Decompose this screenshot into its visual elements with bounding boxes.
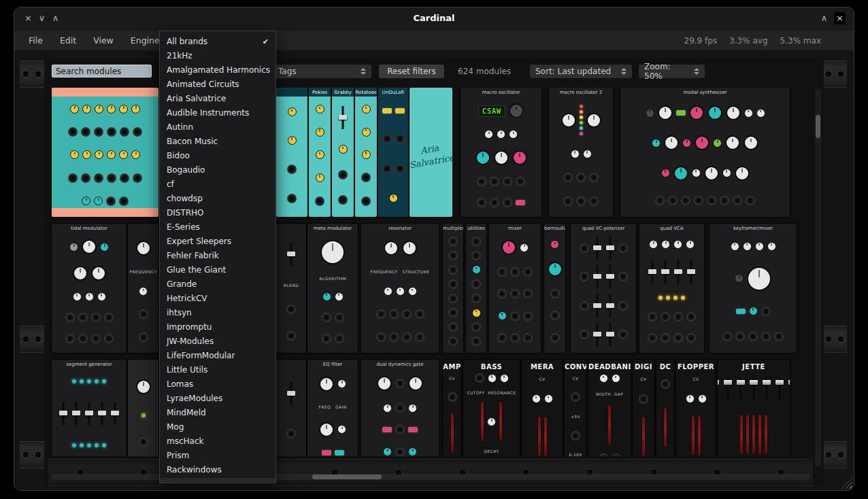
module-panel[interactable]: bernoulli gate (544, 224, 565, 353)
sort-select-label: Sort: Last updated (535, 67, 611, 76)
module-panel[interactable]: modal synthesizer (620, 88, 790, 217)
module-panel[interactable]: CONVCV+5V0-10V (565, 360, 586, 456)
brand-menu-item[interactable]: LifeFormModular (160, 349, 276, 363)
vertical-scrollbar-thumb[interactable] (816, 115, 820, 138)
led (102, 443, 106, 447)
module-panel[interactable]: DEADBANDWIDTH GAP (588, 360, 631, 456)
brand-menu-item[interactable]: Aria Salvatrice (160, 92, 276, 106)
menu-engine[interactable]: Engine (127, 34, 163, 47)
knob (82, 239, 97, 254)
module-panel[interactable]: keyframer/mixer (710, 224, 797, 353)
reset-filters-button[interactable]: Reset filters (379, 65, 444, 78)
slider (97, 402, 107, 425)
panel-label: WIDTH GAP (596, 392, 624, 396)
brand-menu-item[interactable]: MindMeld (160, 406, 276, 420)
module-panel[interactable]: MERACV (522, 360, 563, 456)
module-panel[interactable]: quad VC-polarizer (571, 224, 636, 353)
module-panel[interactable]: DC (656, 360, 674, 456)
brand-menu-item[interactable]: Rackwindows (160, 463, 276, 477)
module-panel[interactable]: tidal modulator (52, 224, 127, 353)
brand-menu-item[interactable]: E-Series (160, 220, 276, 235)
brand-menu-item[interactable]: Mog (160, 420, 276, 434)
brand-menu-item[interactable]: cf (160, 177, 276, 192)
module-panel[interactable]: Aria Salvatrice (410, 88, 452, 217)
module-panel[interactable]: FLOPPERCV (676, 360, 716, 456)
brand-menu-item[interactable]: Bidoo (160, 149, 276, 163)
menu-view[interactable]: View (90, 34, 117, 47)
module-panel[interactable]: JETTE (718, 360, 790, 456)
module-panel[interactable]: EQ filterFREQ GAIN (307, 360, 358, 456)
module-panel[interactable] (276, 88, 307, 217)
search-input[interactable]: Search modules (52, 65, 152, 78)
brand-menu-item[interactable]: Animated Circuits (160, 78, 276, 92)
module-panel[interactable]: dual dynamics gate (361, 360, 439, 456)
module-panel[interactable]: UnDuLaR (378, 88, 408, 217)
brand-menu-item[interactable]: HetrickCV (160, 292, 276, 306)
brand-menu-item[interactable]: Audible Instruments (160, 106, 276, 120)
port-jack (69, 128, 76, 135)
module-panel[interactable]: resonatorFREQUENCY STRUCTURE (361, 224, 439, 353)
module-panel[interactable]: FREQUENCY (128, 224, 158, 353)
brand-menu-item[interactable]: Little Utils (160, 363, 276, 377)
module-title: EQ filter (307, 362, 358, 367)
knob (500, 374, 509, 383)
module-panel[interactable]: DIGICV (633, 360, 654, 456)
brand-menu-item[interactable]: ihtsyn (160, 306, 276, 320)
brand-menu-item[interactable]: Bacon Music (160, 135, 276, 149)
module-panel[interactable] (128, 360, 158, 456)
module-panel[interactable]: segment generator (52, 360, 127, 456)
brand-menu-item[interactable]: Fehler Fabrik (160, 249, 276, 263)
module-panel[interactable] (276, 360, 306, 456)
slider (71, 402, 81, 425)
brand-menu-item[interactable]: Prism (160, 449, 276, 463)
module-panel[interactable]: Rotatoes (355, 88, 377, 217)
port-jack (747, 197, 754, 204)
port-jack (512, 290, 518, 297)
module-title: quad VCA (639, 226, 704, 231)
brand-menu-item[interactable]: mscHack (160, 434, 276, 449)
sort-select[interactable]: Sort: Last updated (530, 65, 632, 78)
brand-menu-item[interactable]: LyraeModules (160, 392, 276, 406)
brand-menu-item[interactable]: JW-Modules (160, 334, 276, 349)
menu-file[interactable]: File (25, 34, 46, 47)
module-panel[interactable]: utilities (466, 224, 486, 353)
keep-above-icon[interactable]: ∧ (818, 12, 830, 24)
slider (775, 377, 784, 400)
knob (494, 150, 509, 165)
brand-menu-item[interactable]: Glue the Giant (160, 263, 276, 277)
brand-menu-item[interactable]: All brands✔ (160, 35, 276, 49)
close-window-alt-icon[interactable]: × (834, 12, 846, 24)
port-jack (339, 196, 346, 203)
zoom-select[interactable]: Zoom: 50% (639, 65, 705, 78)
module-panel[interactable]: BLEND (276, 224, 306, 353)
led (673, 296, 678, 300)
module-panel[interactable]: meta modulatorALGORITHM (307, 224, 358, 353)
menu-edit[interactable]: Edit (56, 34, 80, 47)
module-panel[interactable]: macro oscillatorCSAW (461, 88, 541, 217)
module-panel[interactable]: mixer (489, 224, 541, 353)
brand-menu-item[interactable]: Lomas (160, 377, 276, 392)
knob (744, 109, 753, 118)
port-jack (288, 306, 295, 313)
brand-menu-item[interactable]: 21kHz (160, 49, 276, 63)
module-panel[interactable]: AMPCV (443, 360, 461, 456)
vertical-scrollbar[interactable] (815, 89, 821, 467)
brand-menu-item[interactable]: DISTRHO (160, 206, 276, 220)
tags-select[interactable]: Tags (273, 65, 371, 78)
module-panel[interactable]: multiples (443, 224, 463, 353)
brand-menu-item[interactable]: Grande (160, 277, 276, 292)
brand-menu-item[interactable]: Bogaudio (160, 163, 276, 177)
horizontal-scrollbar-thumb[interactable] (312, 475, 382, 479)
module-panel[interactable]: BASSCUTOFF RESONANCEDECAYENVMOD ACCENT (463, 360, 520, 456)
knob (735, 274, 744, 283)
brand-menu-item[interactable]: Autinn (160, 120, 276, 135)
module-panel[interactable]: Pokies (309, 88, 331, 217)
brand-menu-item[interactable]: Expert Sleepers (160, 235, 276, 249)
brand-menu-item[interactable]: Impromptu (160, 320, 276, 334)
module-panel[interactable] (52, 88, 158, 217)
module-panel[interactable]: Grabby (332, 88, 354, 217)
module-panel[interactable]: quad VCA (639, 224, 704, 353)
module-panel[interactable]: macro oscillator 2 (549, 88, 613, 217)
brand-menu-item[interactable]: Amalgamated Harmonics (160, 63, 276, 78)
brand-menu-item[interactable]: chowdsp (160, 192, 276, 206)
